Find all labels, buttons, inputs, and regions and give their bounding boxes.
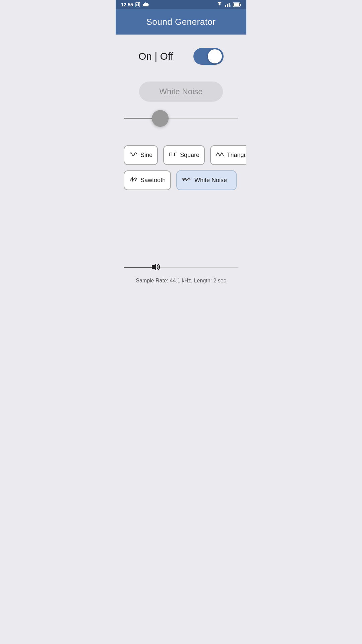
volume-section: Sample Rate: 44.1 kHz, Length: 2 sec bbox=[124, 254, 238, 284]
sawtooth-button[interactable]: Sawtooth bbox=[124, 170, 171, 190]
power-toggle[interactable] bbox=[193, 48, 224, 65]
whitenoise-label: White Noise bbox=[194, 177, 227, 184]
svg-rect-9 bbox=[240, 4, 241, 6]
status-time: 12:55 bbox=[121, 2, 133, 7]
waveform-buttons: Sine Square Triangular bbox=[124, 145, 238, 190]
wifi-icon bbox=[216, 2, 223, 7]
svg-rect-5 bbox=[229, 3, 230, 7]
svg-marker-22 bbox=[152, 263, 156, 271]
battery-icon bbox=[233, 2, 241, 7]
square-button[interactable]: Square bbox=[163, 145, 205, 165]
status-left: 12:55 bbox=[121, 2, 149, 7]
svg-rect-8 bbox=[234, 3, 239, 6]
sine-icon bbox=[129, 151, 137, 159]
square-wave-icon bbox=[169, 151, 177, 159]
speaker-icon bbox=[150, 261, 162, 273]
slider-track-container bbox=[124, 108, 238, 128]
waveform-row-2: Sawtooth bbox=[124, 170, 238, 190]
sim-icon bbox=[135, 2, 140, 7]
app-title: Sound Generator bbox=[146, 17, 216, 27]
svg-rect-1 bbox=[136, 4, 137, 6]
svg-rect-0 bbox=[136, 2, 140, 7]
toggle-label: On | Off bbox=[138, 51, 173, 62]
slider-thumb[interactable] bbox=[152, 110, 169, 127]
main-content: On | Off White Noise Sine bbox=[116, 35, 246, 292]
triangular-button[interactable]: Triangular bbox=[210, 145, 246, 165]
sine-label: Sine bbox=[140, 152, 153, 159]
svg-rect-2 bbox=[138, 3, 139, 6]
square-label: Square bbox=[180, 152, 199, 159]
waveform-row-1: Sine Square Triangular bbox=[124, 145, 238, 165]
svg-rect-6 bbox=[230, 5, 231, 7]
volume-track-container bbox=[124, 261, 238, 274]
noise-display-button[interactable]: White Noise bbox=[139, 82, 223, 102]
triangle-icon bbox=[216, 151, 224, 159]
toggle-row: On | Off bbox=[124, 48, 238, 65]
svg-rect-4 bbox=[227, 4, 228, 7]
status-right bbox=[216, 2, 241, 7]
svg-rect-3 bbox=[225, 5, 226, 7]
sample-rate-label: Sample Rate: 44.1 kHz, Length: 2 sec bbox=[124, 278, 238, 284]
status-bar: 12:55 bbox=[116, 0, 246, 9]
volume-track bbox=[124, 267, 238, 268]
volume-slider-section bbox=[124, 108, 238, 128]
app-header: Sound Generator bbox=[116, 9, 246, 35]
triangular-label: Triangular bbox=[227, 152, 246, 159]
volume-thumb[interactable] bbox=[150, 261, 162, 274]
whitenoise-icon bbox=[182, 176, 191, 184]
cloud-icon bbox=[142, 2, 149, 7]
svg-line-21 bbox=[190, 178, 190, 179]
slider-track bbox=[124, 118, 238, 119]
sine-button[interactable]: Sine bbox=[124, 145, 158, 165]
toggle-knob bbox=[208, 49, 222, 63]
sawtooth-label: Sawtooth bbox=[140, 177, 166, 184]
signal-icon bbox=[225, 2, 231, 7]
whitenoise-button[interactable]: White Noise bbox=[176, 170, 237, 190]
sawtooth-icon bbox=[129, 176, 137, 184]
